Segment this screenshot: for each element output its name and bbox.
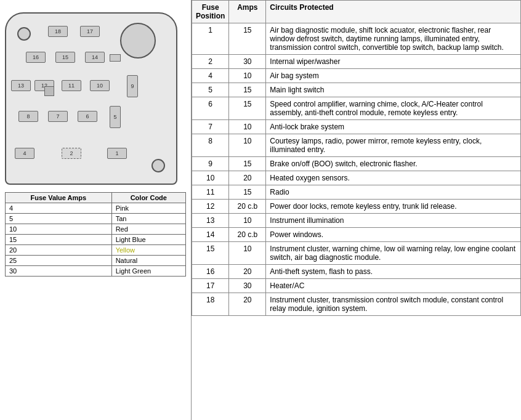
fuse-amps-cell: 20 xyxy=(229,171,266,185)
fuse-circuits-cell: Heater/AC xyxy=(266,279,521,293)
relay-box xyxy=(44,86,54,96)
fuse-2: 2 xyxy=(62,148,81,159)
fuse-circuits-cell: Power door locks, remote keyless entry, … xyxy=(266,200,521,214)
legend-color: Tan xyxy=(111,214,185,224)
fuse-amps-cell: 10 xyxy=(229,120,266,134)
fuse-circuits-cell: Main light switch xyxy=(266,83,521,97)
header-fuse-position: Fuse Position xyxy=(192,1,229,23)
fuse-position-cell: 11 xyxy=(192,185,229,200)
connector-14 xyxy=(110,54,121,62)
table-row: 710Anti-lock brake system xyxy=(192,120,521,134)
table-row: 1510Instrument cluster, warning chime, l… xyxy=(192,242,521,265)
fuse-position-cell: 4 xyxy=(192,69,229,83)
fuse-position-cell: 8 xyxy=(192,134,229,157)
fuse-circuits-cell: Anti-theft system, flash to pass. xyxy=(266,265,521,279)
table-row: 115Air bag diagnostic module, shift lock… xyxy=(192,23,521,55)
fuse-position-cell: 7 xyxy=(192,120,229,134)
legend-amps: 15 xyxy=(6,235,112,245)
fuse-circuits-cell: Courtesy lamps, radio, power mirror, rem… xyxy=(266,134,521,157)
fuse-13: 13 xyxy=(11,80,31,91)
fuse-8: 8 xyxy=(18,111,38,122)
table-row: 1310Instrument illumination xyxy=(192,214,521,228)
fuse-7: 7 xyxy=(48,111,68,122)
fuse-4: 4 xyxy=(15,148,34,159)
legend-table: Fuse Value Amps Color Code 4Pink5Tan10Re… xyxy=(5,192,186,277)
legend-row: 30Light Green xyxy=(6,266,186,277)
fuse-circuits-cell: Heated oxygen sensors. xyxy=(266,171,521,185)
fuse-amps-cell: 10 xyxy=(229,69,266,83)
fuse-position-cell: 14 xyxy=(192,228,229,242)
legend-row: 5Tan xyxy=(6,214,186,224)
legend-color: Pink xyxy=(111,203,185,214)
fuse-amps-cell: 15 xyxy=(229,157,266,171)
fuse-amps-cell: 10 xyxy=(229,134,266,157)
legend-amps: 4 xyxy=(6,203,112,214)
fuse-17: 17 xyxy=(80,26,100,37)
legend-amps: 5 xyxy=(6,214,112,224)
fuse-circuits-cell: Anti-lock brake system xyxy=(266,120,521,134)
fuse-11: 11 xyxy=(62,80,81,91)
legend-header-color: Color Code xyxy=(111,193,185,203)
fuse-circuits-cell: Power windows. xyxy=(266,228,521,242)
table-row: 1220 c.bPower door locks, remote keyless… xyxy=(192,200,521,214)
legend-amps: 10 xyxy=(6,224,112,235)
fuse-amps-cell: 30 xyxy=(229,279,266,293)
fuse-amps-cell: 10 xyxy=(229,242,266,265)
fuse-position-cell: 6 xyxy=(192,97,229,120)
legend-amps: 25 xyxy=(6,256,112,266)
bottom-right-circle xyxy=(151,159,165,172)
fuse-16: 16 xyxy=(26,52,46,63)
legend-row: 10Red xyxy=(6,224,186,235)
header-circuits: Circuits Protected xyxy=(266,1,521,23)
fuse-position-cell: 1 xyxy=(192,23,229,55)
legend-color: Natural xyxy=(111,256,185,266)
fuse-position-cell: 16 xyxy=(192,265,229,279)
fuse-circuits-cell: Brake on/off (BOO) switch, electronic fl… xyxy=(266,157,521,171)
top-left-circle xyxy=(17,27,31,41)
fuse-circuits-cell: Speed control amplifier, warning chime, … xyxy=(266,97,521,120)
fuse-position-cell: 15 xyxy=(192,242,229,265)
legend-color: Light Green xyxy=(111,266,185,277)
fuse-6: 6 xyxy=(78,111,97,122)
fuse-position-cell: 13 xyxy=(192,214,229,228)
fuse-amps-cell: 15 xyxy=(229,185,266,200)
fuse-circuits-cell: Instrument cluster, transmission control… xyxy=(266,293,521,316)
table-row: 230Internal wiper/washer xyxy=(192,55,521,69)
table-row: 615Speed control amplifier, warning chim… xyxy=(192,97,521,120)
table-row: 1020Heated oxygen sensors. xyxy=(192,171,521,185)
fuse-amps-cell: 20 c.b xyxy=(229,228,266,242)
fuse-box-diagram: 18 17 16 15 14 13 12 11 10 9 8 7 6 5 4 2… xyxy=(5,12,177,185)
fuse-amps-cell: 10 xyxy=(229,214,266,228)
fuse-amps-cell: 20 c.b xyxy=(229,200,266,214)
fuse-position-cell: 18 xyxy=(192,293,229,316)
legend-row: 4Pink xyxy=(6,203,186,214)
table-row: 1620Anti-theft system, flash to pass. xyxy=(192,265,521,279)
fuse-position-cell: 5 xyxy=(192,83,229,97)
fuse-circuits-cell: Air bag diagnostic module, shift lock ac… xyxy=(266,23,521,55)
fuse-15: 15 xyxy=(55,52,75,63)
table-row: 1420 c.bPower windows. xyxy=(192,228,521,242)
left-panel: 18 17 16 15 14 13 12 11 10 9 8 7 6 5 4 2… xyxy=(0,0,191,420)
fuse-amps-cell: 20 xyxy=(229,293,266,316)
table-row: 915Brake on/off (BOO) switch, electronic… xyxy=(192,157,521,171)
fuse-circuits-cell: Instrument cluster, warning chime, low o… xyxy=(266,242,521,265)
fuse-position-cell: 17 xyxy=(192,279,229,293)
fuse-5: 5 xyxy=(110,106,121,128)
top-right-circle xyxy=(120,23,156,59)
fuse-18: 18 xyxy=(48,26,68,37)
fuse-1: 1 xyxy=(107,148,127,159)
table-row: 1115Radio xyxy=(192,185,521,200)
table-row: 515Main light switch xyxy=(192,83,521,97)
legend-row: 25Natural xyxy=(6,256,186,266)
legend-color: Light Blue xyxy=(111,235,185,245)
legend-color: Yellow xyxy=(111,245,185,256)
right-panel: Fuse Position Amps Circuits Protected 11… xyxy=(191,0,521,420)
fuse-position-cell: 12 xyxy=(192,200,229,214)
fuse-circuits-cell: Radio xyxy=(266,185,521,200)
fuse-position-cell: 2 xyxy=(192,55,229,69)
legend-row: 20Yellow xyxy=(6,245,186,256)
legend-amps: 30 xyxy=(6,266,112,277)
legend-amps: 20 xyxy=(6,245,112,256)
fuse-amps-cell: 15 xyxy=(229,23,266,55)
legend-color: Red xyxy=(111,224,185,235)
